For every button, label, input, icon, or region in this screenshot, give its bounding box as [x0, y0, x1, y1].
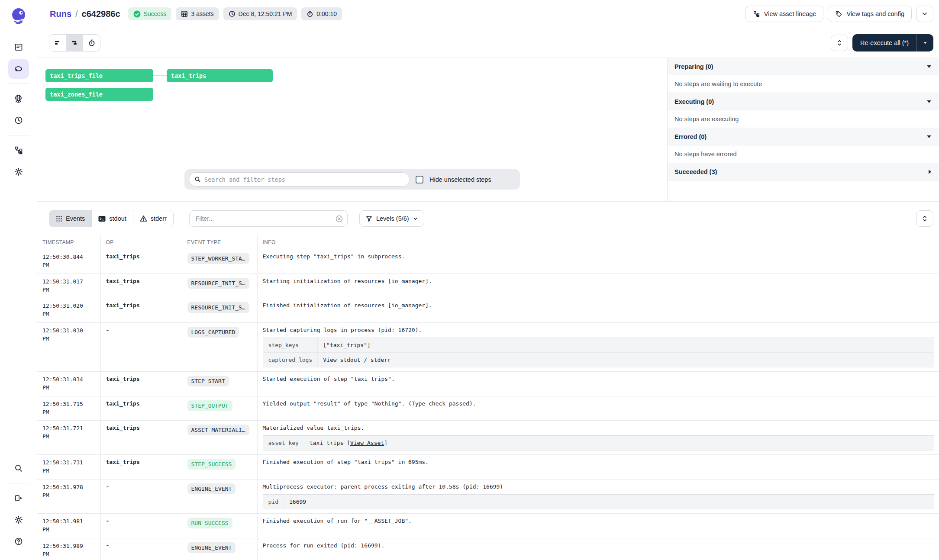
breadcrumb-runs-link[interactable]: Runs — [50, 9, 71, 19]
expand-collapse-rows-button[interactable] — [916, 210, 933, 227]
gantt-step-bar[interactable]: taxi_trips_file — [45, 69, 153, 82]
dagster-logo-icon[interactable] — [9, 6, 28, 25]
expand-collapse-button[interactable] — [831, 35, 848, 51]
log-source-tabs: Events stdout stderr — [49, 210, 174, 227]
steps-section-errored[interactable]: Errored (0) — [668, 128, 939, 145]
event-row: 12:50:31.034PM taxi_trips STEP_START Sta… — [37, 372, 939, 396]
chevron-down-icon — [413, 216, 418, 221]
assets-count-badge[interactable]: 3 assets — [176, 7, 219, 20]
step-search-field — [189, 172, 410, 187]
reexecute-all-button[interactable]: Re-execute all (*) — [852, 34, 916, 51]
assets-grid-icon — [181, 10, 188, 17]
levels-filter-button[interactable]: Levels (5/6) — [359, 210, 424, 227]
caret-down-icon — [923, 40, 928, 45]
metadata-key: captured_logs — [263, 353, 318, 367]
event-timestamp: 12:50:31.981PM — [37, 514, 100, 538]
sidebar-item-schedules[interactable] — [8, 110, 29, 130]
unfold-icon — [922, 215, 928, 222]
steps-section-preparing[interactable]: Preparing (0) — [668, 58, 939, 75]
gantt-chart[interactable]: taxi_trips_file taxi_trips taxi_zones_fi… — [37, 58, 668, 201]
metadata-value: 16699 — [284, 495, 934, 509]
header-more-button[interactable] — [916, 6, 933, 22]
event-timestamp: 12:50:31.020PM — [37, 298, 100, 323]
event-type-cell: STEP_START — [182, 372, 257, 396]
sidebar-item-settings[interactable] — [8, 162, 29, 182]
warning-triangle-icon — [140, 215, 147, 222]
event-info: Finished execution of run for "__ASSET_J… — [257, 514, 939, 538]
events-toolbar: Events stdout stderr — [37, 202, 939, 235]
tag-icon — [835, 10, 842, 18]
sidebar-item-deployment[interactable] — [8, 89, 29, 109]
gantt-step-bar[interactable]: taxi_trips — [167, 69, 273, 82]
event-type-badge: RESOURCE_INIT_S… — [187, 302, 249, 313]
metadata-key: step_keys — [263, 338, 318, 353]
event-op: taxi_trips — [100, 421, 182, 455]
sidebar-item-user-settings[interactable] — [8, 510, 29, 530]
chevron-down-icon — [927, 65, 931, 68]
sidebar-item-runs[interactable] — [8, 59, 29, 79]
log-filter-input[interactable] — [196, 215, 332, 222]
column-header-timestamp[interactable]: TIMESTAMP — [37, 235, 100, 249]
clear-filter-icon[interactable] — [336, 215, 343, 222]
tab-stdout[interactable]: stdout — [92, 210, 133, 227]
step-search-input[interactable] — [204, 176, 404, 183]
section-title: Preparing (0) — [674, 63, 713, 70]
event-type-badge: STEP_OUTPUT — [187, 400, 232, 411]
view-asset-lineage-button[interactable]: View asset lineage — [745, 6, 824, 22]
steps-section-succeeded[interactable]: Succeeded (3) — [668, 163, 939, 180]
tab-events[interactable]: Events — [49, 210, 92, 227]
steps-status-panel: Preparing (0) No steps are waiting to ex… — [668, 58, 939, 201]
gantt-view-timing-button[interactable] — [83, 35, 100, 51]
metadata-value-logs-link[interactable]: View stdout / stderr — [318, 353, 934, 367]
event-type-cell: RESOURCE_INIT_S… — [182, 298, 257, 323]
column-header-info: INFO — [257, 235, 939, 249]
event-row: 12:50:31.989PM - ENGINE_EVENT Process fo… — [37, 538, 939, 560]
event-type-cell: ASSET_MATERIALI… — [182, 421, 257, 455]
sidebar-item-help[interactable] — [8, 531, 29, 551]
sidebar-item-search[interactable] — [8, 458, 29, 478]
events-table-header: TIMESTAMP OP EVENT TYPE INFO — [37, 235, 939, 249]
view-tags-config-button[interactable]: View tags and config — [828, 6, 912, 22]
gantt-view-waterfall-button[interactable] — [66, 35, 83, 51]
gantt-search-overlay: Hide unselected steps — [184, 169, 520, 190]
column-header-event-type[interactable]: EVENT TYPE — [182, 235, 257, 249]
metadata-value: ["taxi_trips"] — [318, 338, 934, 353]
view-asset-link[interactable]: View Asset — [350, 440, 384, 446]
events-grid-icon — [56, 216, 62, 222]
event-timestamp: 12:50:31.034PM — [37, 372, 100, 396]
event-type-badge: ENGINE_EVENT — [187, 542, 236, 553]
run-body: taxi_trips_file taxi_trips taxi_zones_fi… — [37, 58, 939, 201]
gantt-step-bar[interactable]: taxi_zones_file — [45, 88, 153, 101]
steps-section-body: No steps are waiting to execute — [668, 75, 939, 93]
sidebar-item-asset-lineage[interactable] — [8, 140, 29, 160]
event-op: taxi_trips — [100, 372, 182, 396]
terminal-icon — [98, 216, 106, 222]
chevron-down-icon — [927, 135, 931, 138]
search-icon — [194, 176, 201, 183]
events-log-section: Events stdout stderr — [37, 201, 939, 560]
sidebar-item-expand-panel[interactable] — [8, 488, 29, 508]
metadata-value: taxi_trips [View Asset] — [304, 436, 934, 451]
event-op: - — [100, 480, 182, 514]
event-info: Finished initialization of resources [io… — [257, 298, 939, 323]
sidebar-item-overview[interactable] — [8, 37, 29, 57]
steps-section-body: No steps have errored — [668, 145, 939, 163]
event-timestamp: 12:50:31.989PM — [37, 538, 100, 560]
tab-stderr[interactable]: stderr — [133, 210, 173, 227]
event-type-cell: ENGINE_EVENT — [182, 480, 257, 514]
gantt-view-flat-button[interactable] — [49, 35, 66, 51]
status-badge: Success — [128, 7, 172, 20]
event-metadata-table: pid16699 — [263, 494, 934, 509]
reexecute-options-button[interactable] — [916, 34, 933, 51]
steps-section-body: No steps are executing — [668, 110, 939, 128]
steps-section-executing[interactable]: Executing (0) — [668, 93, 939, 110]
event-row: 12:50:31.978PM - ENGINE_EVENT Multiproce… — [37, 480, 939, 514]
event-type-badge: RUN_SUCCESS — [187, 518, 232, 528]
event-op: taxi_trips — [100, 298, 182, 323]
gear-icon — [14, 167, 23, 177]
event-op: - — [100, 538, 182, 560]
event-row: 12:50:31.017PM taxi_trips RESOURCE_INIT_… — [37, 274, 939, 298]
event-type-cell: RESOURCE_INIT_S… — [182, 274, 257, 298]
hide-unselected-checkbox[interactable] — [416, 176, 423, 183]
column-header-op[interactable]: OP — [100, 235, 182, 249]
